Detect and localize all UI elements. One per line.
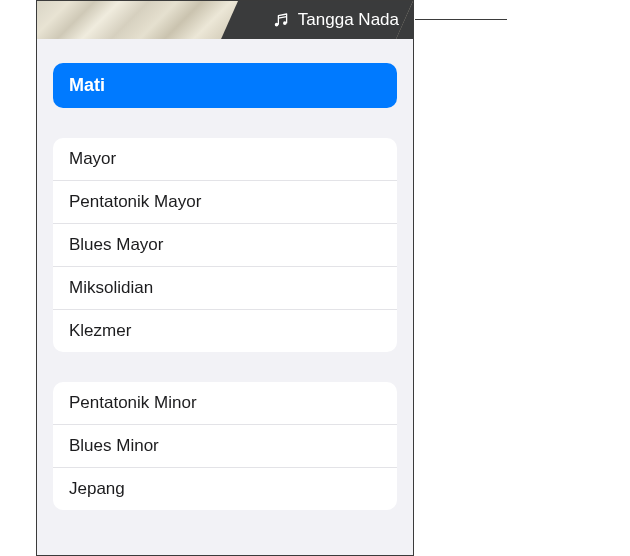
app-panel: Tangga Nada Mati Mayor Pentatonik Mayor … [36,0,414,556]
scale-option[interactable]: Mayor [53,138,397,181]
scale-option-label: Miksolidian [69,278,153,297]
scale-option-label: Mayor [69,149,116,168]
scale-button[interactable]: Tangga Nada [238,1,413,39]
scale-group-major: Mayor Pentatonik Mayor Blues Mayor Mikso… [53,138,397,352]
scale-option-label: Pentatonik Mayor [69,192,201,211]
scale-option-label: Blues Mayor [69,235,163,254]
panel-header: Tangga Nada [37,1,413,39]
scale-option-label: Mati [69,75,105,95]
scale-option[interactable]: Jepang [53,468,397,510]
scale-list: Mati Mayor Pentatonik Mayor Blues Mayor … [37,39,413,555]
scale-button-label: Tangga Nada [298,10,399,30]
scale-option[interactable]: Miksolidian [53,267,397,310]
scale-option[interactable]: Blues Mayor [53,224,397,267]
scale-option-label: Pentatonik Minor [69,393,197,412]
scale-option[interactable]: Klezmer [53,310,397,352]
scale-group-minor: Pentatonik Minor Blues Minor Jepang [53,382,397,510]
scale-option-label: Blues Minor [69,436,159,455]
scale-option[interactable]: Pentatonik Minor [53,382,397,425]
scale-option[interactable]: Blues Minor [53,425,397,468]
scale-option-selected[interactable]: Mati [53,63,397,108]
scale-option-label: Klezmer [69,321,131,340]
scale-option[interactable]: Pentatonik Mayor [53,181,397,224]
music-notes-icon [272,11,290,29]
scale-option-label: Jepang [69,479,125,498]
callout-line [415,19,507,20]
